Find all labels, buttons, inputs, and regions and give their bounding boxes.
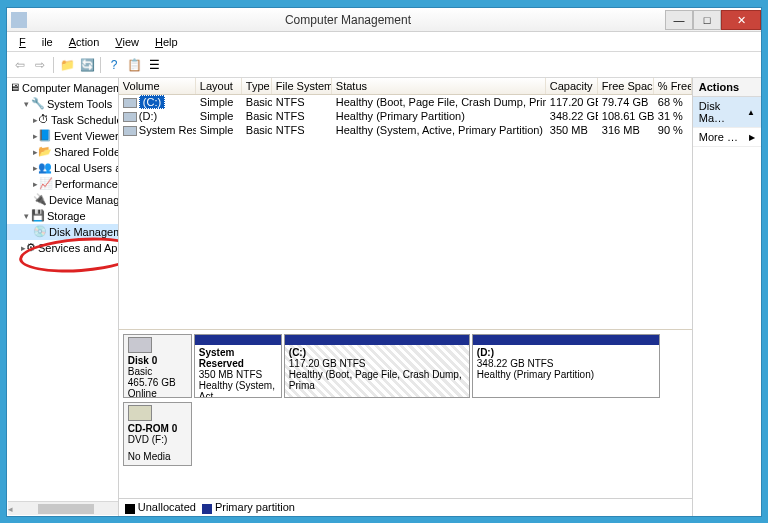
tree-system-tools[interactable]: ▾🔧System Tools (7, 96, 118, 112)
disk-row[interactable]: Disk 0 Basic 465.76 GB Online System Res… (123, 334, 688, 398)
actions-header: Actions (693, 78, 761, 97)
volume-icon (123, 98, 137, 108)
up-button[interactable]: 📁 (58, 56, 76, 74)
col-type[interactable]: Type (242, 78, 272, 94)
computer-management-window: Computer Management — □ ✕ File Action Vi… (6, 7, 762, 517)
forward-button[interactable]: ⇨ (31, 56, 49, 74)
col-volume[interactable]: Volume (119, 78, 196, 94)
back-button[interactable]: ⇦ (11, 56, 29, 74)
col-status[interactable]: Status (332, 78, 546, 94)
volume-icon (123, 112, 137, 122)
refresh-button[interactable]: 🔄 (78, 56, 96, 74)
properties-button[interactable]: 📋 (125, 56, 143, 74)
disk-icon (128, 337, 152, 353)
tree-local-users[interactable]: ▸👥Local Users and Gro (7, 160, 118, 176)
col-pctfree[interactable]: % Free (654, 78, 692, 94)
volume-list: (C:) Simple Basic NTFS Healthy (Boot, Pa… (119, 95, 692, 155)
menu-action[interactable]: Action (61, 34, 108, 49)
volume-list-empty-area[interactable] (119, 155, 692, 329)
tree-storage[interactable]: ▾💾Storage (7, 208, 118, 224)
volume-list-header: Volume Layout Type File System Status Ca… (119, 78, 692, 95)
actions-pane: Actions Disk Ma…▲ More …▶ (693, 78, 761, 516)
col-layout[interactable]: Layout (196, 78, 242, 94)
volume-row[interactable]: System Reserved Simple Basic NTFS Health… (119, 123, 692, 137)
tree-h-scrollbar[interactable]: ◂▸ (8, 501, 119, 515)
tree-disk-management[interactable]: 💿Disk Management (7, 224, 118, 240)
center-pane: Volume Layout Type File System Status Ca… (119, 78, 693, 516)
actions-item-more[interactable]: More …▶ (693, 128, 761, 147)
partition-c[interactable]: (C:) 117.20 GB NTFS Healthy (Boot, Page … (284, 334, 470, 398)
menu-help[interactable]: Help (147, 34, 186, 49)
minimize-button[interactable]: — (665, 10, 693, 30)
partition-sysreserved[interactable]: System Reserved 350 MB NTFS Healthy (Sys… (194, 334, 282, 398)
close-button[interactable]: ✕ (721, 10, 761, 30)
volume-icon (123, 126, 137, 136)
toolbar: ⇦ ⇨ 📁 🔄 ? 📋 ☰ (7, 52, 761, 78)
tree-event-viewer[interactable]: ▸📘Event Viewer (7, 128, 118, 144)
disk-layout-pane: Disk 0 Basic 465.76 GB Online System Res… (119, 329, 692, 498)
tree-root[interactable]: 🖥Computer Management (L (7, 80, 118, 96)
menu-view[interactable]: View (107, 34, 147, 49)
maximize-button[interactable]: □ (693, 10, 721, 30)
tree-shared-folders[interactable]: ▸📂Shared Folders (7, 144, 118, 160)
app-icon (11, 12, 27, 28)
menubar: File Action View Help (7, 32, 761, 52)
tree-pane: 🖥Computer Management (L ▾🔧System Tools ▸… (7, 78, 119, 516)
tree-device-manager[interactable]: 🔌Device Manager (7, 192, 118, 208)
legend-primary-swatch (202, 504, 212, 514)
cdrom-icon (128, 405, 152, 421)
help-button[interactable]: ? (105, 56, 123, 74)
partition-d[interactable]: (D:) 348.22 GB NTFS Healthy (Primary Par… (472, 334, 660, 398)
legend-unallocated-swatch (125, 504, 135, 514)
menu-file[interactable]: File (11, 34, 61, 49)
legend: Unallocated Primary partition (119, 498, 692, 516)
titlebar: Computer Management — □ ✕ (7, 8, 761, 32)
col-filesystem[interactable]: File System (272, 78, 332, 94)
disk-info[interactable]: Disk 0 Basic 465.76 GB Online (123, 334, 192, 398)
col-capacity[interactable]: Capacity (546, 78, 598, 94)
tree-services-apps[interactable]: ▸⚙Services and Applicatio (7, 240, 118, 256)
list-view-button[interactable]: ☰ (145, 56, 163, 74)
window-title: Computer Management (31, 13, 665, 27)
volume-row[interactable]: (D:) Simple Basic NTFS Healthy (Primary … (119, 109, 692, 123)
tree-performance[interactable]: ▸📈Performance (7, 176, 118, 192)
disk-info[interactable]: CD-ROM 0 DVD (F:) No Media (123, 402, 192, 466)
col-freespace[interactable]: Free Space (598, 78, 654, 94)
tree-task-scheduler[interactable]: ▸⏱Task Scheduler (7, 112, 118, 128)
volume-row[interactable]: (C:) Simple Basic NTFS Healthy (Boot, Pa… (119, 95, 692, 109)
disk-row[interactable]: CD-ROM 0 DVD (F:) No Media (123, 402, 688, 466)
actions-item-disk-management[interactable]: Disk Ma…▲ (693, 97, 761, 128)
